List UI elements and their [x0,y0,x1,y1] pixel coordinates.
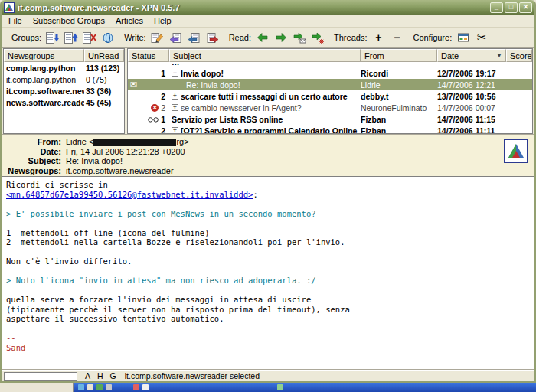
thread-list-header-row: Status Subject From Date ▼ Score [128,49,532,62]
subject-column-header[interactable]: Subject [169,49,361,62]
read-next-button[interactable] [272,29,290,46]
write-label: Write: [124,33,146,42]
groups-remove-button[interactable] [80,29,99,46]
next-unread-article-icon [293,32,306,44]
thread-row[interactable]: 1 − Invia dopo! Ricordi 12/7/2006 19:17 [128,67,532,79]
threads-expand-button[interactable]: + [369,29,387,46]
taskbar-icon[interactable] [96,384,103,390]
groups-refresh-button[interactable] [99,29,117,46]
threads-collapse-button[interactable]: − [387,29,406,46]
configure-preferences-button[interactable] [454,29,472,46]
groups-subscribe-button[interactable] [44,29,62,46]
header-from-row: From: Lidrie <rg> [6,137,530,147]
newsgroup-row[interactable]: comp.lang.python 113 (123) [4,62,124,74]
unread-column-header[interactable]: UnRead [84,49,124,62]
background-window-fragment [0,383,74,392]
taskbar-icon[interactable] [87,384,93,390]
threads-label: Threads: [334,33,367,42]
app-logo-icon [4,2,15,13]
configure-label: Configure: [413,33,452,42]
expand-thread-icon[interactable]: + [172,93,178,100]
xpn-logo [504,139,528,163]
next-unread-thread-icon [312,32,325,44]
menu-help[interactable]: Help [149,15,177,27]
date-column-header[interactable]: Date ▼ [437,49,506,62]
newsgroup-row-selected[interactable]: it.comp.software.newsreader 33 (36) [4,85,124,96]
thread-row-selected[interactable]: ✉ Re: Invia dopo! Lidrie 14/7/2006 12:21 [128,79,532,90]
reply-icon [188,32,201,44]
maximize-button[interactable]: □ [505,2,518,13]
write-forward-button[interactable] [204,29,222,46]
message-line: 1- mettendoli off-line (icona del fulmin… [6,228,530,238]
thread-row[interactable]: 2 + scaricare tutti i messaggi di un cer… [128,90,532,102]
close-button[interactable]: ✕ [519,2,532,13]
from-column-header[interactable]: From [361,49,437,62]
signature-name: Sand [6,343,530,353]
write-followup-button[interactable] [167,29,185,46]
window-title: it.comp.software.newsreader - XPN 0.5.7 [18,3,490,12]
signature-delimiter: -- [6,333,530,343]
thread-list-panel: Status Subject From Date ▼ Score … [127,48,533,134]
groups-label: Groups: [11,33,41,42]
taskbar-icon[interactable] [106,384,112,390]
read-next-unread-button[interactable] [290,29,309,46]
minimize-button[interactable]: _ [490,2,503,13]
message-line: aspettare il successivo tentativo automa… [6,314,530,324]
menu-subscribed-groups[interactable]: Subscribed Groups [28,15,110,27]
status-column-header[interactable]: Status [128,49,169,62]
screen: it.comp.software.newsreader - XPN 0.5.7 … [0,0,536,392]
thread-row[interactable]: 2 + [OT?] Servizio e programmi Calendari… [128,125,532,133]
score-column-header[interactable]: Score [506,49,532,62]
menu-file[interactable]: File [3,15,28,27]
taskbar-icon[interactable] [133,384,139,390]
read-prev-button[interactable] [253,29,272,46]
quoted-line: > Noto l'icona "invio in attesa" ma non … [6,276,530,286]
newsgroup-row[interactable]: news.software.readers 45 (45) [4,96,124,108]
menu-articles[interactable]: Articles [110,15,149,27]
remove-group-icon [83,32,96,44]
taskbar[interactable] [0,383,536,392]
header-subject-row: Subject: Re: Invia dopo! [6,156,530,166]
newsgroups-panel: Newsgroups UnRead comp.lang.python 113 (… [3,48,125,134]
subscribe-icon [46,32,60,44]
next-article-icon [275,32,287,43]
app-window: it.comp.software.newsreader - XPN 0.5.7 … [0,0,536,383]
blank-line [6,218,530,228]
message-line: 2- mettendoli nella cartella Bozze e ris… [6,237,530,247]
window-controls: _ □ ✕ [490,2,532,13]
taskbar-icon[interactable] [142,384,149,390]
prev-article-icon [257,32,269,43]
blank-line [6,199,530,209]
compose-icon [151,32,164,44]
newsgroups-header-row: Newsgroups UnRead [4,49,124,62]
expand-thread-icon[interactable]: + [172,104,178,111]
taskbar-icon[interactable] [277,384,283,390]
newsgroups-column-header[interactable]: Newsgroups [4,49,84,62]
status-bar: A H G it.comp.software.newsreader select… [2,370,534,381]
write-new-article-button[interactable] [149,29,167,46]
blank-line [6,286,530,296]
read-next-unread-thread-button[interactable] [309,29,327,46]
titlebar[interactable]: it.comp.software.newsreader - XPN 0.5.7 … [2,0,534,15]
thread-row[interactable]: ✕ 2 + se cambio newsserver in FAgent? Ne… [128,102,532,113]
thread-row[interactable]: 1 Servizio per Lista RSS online Fizban 1… [128,113,532,125]
thread-row-partial[interactable]: … [128,62,532,67]
write-reply-button[interactable] [185,29,204,46]
message-body-pane: Ricordi ci scrisse in <mn.64857d67e1a994… [2,177,534,370]
message-id-link[interactable]: <mn.64857d67e1a99450.56126@fastwebnet.it… [6,190,253,199]
status-flag-a: A [85,371,90,381]
expand-thread-icon[interactable]: + [172,127,178,133]
ignored-thread-icon: ✕ [151,104,159,112]
configure-filters-button[interactable]: ✂ [472,29,491,46]
message-line: Non c'è l'invio differito. [6,256,530,266]
thread-list-rows: … 1 − Invia dopo! Ricordi 12/7/2006 19:1… [128,62,532,133]
forward-icon [206,32,219,44]
sort-arrow-icon: ▼ [496,52,502,59]
expand-all-icon: + [375,32,381,43]
collapse-thread-icon[interactable]: − [172,70,178,77]
taskbar-icon[interactable] [78,384,84,390]
status-flag-h: H [97,371,103,381]
preferences-icon [457,32,469,43]
newsgroup-row[interactable]: it.comp.lang.python 0 (75) [4,74,124,85]
groups-unsubscribe-button[interactable] [62,29,80,46]
